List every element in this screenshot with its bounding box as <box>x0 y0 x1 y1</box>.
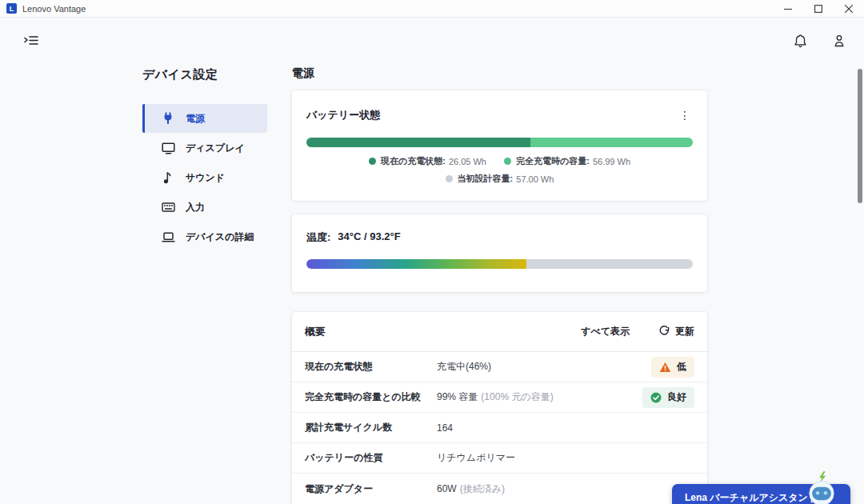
row-label: 電源アダプター <box>305 482 437 496</box>
battery-status-card: バッテリー状態 ⋮ 現在の充電状態: 26.05 Wh 完全充電時の容量: 56… <box>292 90 707 201</box>
row-label: バッテリーの性質 <box>305 451 437 465</box>
sidebar-item-label: 入力 <box>186 201 205 214</box>
table-row: バッテリーの性質 リチウムポリマー <box>292 443 707 474</box>
temperature-card: 温度: 34°C / 93.2°F <box>292 214 707 292</box>
show-all-button[interactable]: すべて表示 <box>581 325 630 338</box>
sidebar-item-label: ディスプレイ <box>186 142 245 155</box>
user-icon[interactable] <box>832 34 848 50</box>
table-row: 電源アダプター 60W(接続済み) <box>292 474 707 504</box>
row-value-note: (100% 元の容量) <box>481 391 553 402</box>
page-title: 電源 <box>292 66 707 82</box>
legend-label: 現在の充電状態: <box>381 155 446 167</box>
kebab-menu-icon[interactable]: ⋮ <box>677 110 693 121</box>
check-circle-icon <box>650 392 662 403</box>
status-label: 低 <box>677 360 686 374</box>
legend-label: 当初設計容量: <box>458 173 514 185</box>
legend-dot-design <box>446 175 453 182</box>
status-badge: 低 <box>651 357 694 378</box>
refresh-button[interactable]: 更新 <box>658 325 694 338</box>
legend-design-capacity: 当初設計容量: 57.00 Wh <box>446 173 554 185</box>
row-label: 現在の充電状態 <box>305 360 437 374</box>
row-label: 累計充電サイクル数 <box>305 421 437 434</box>
legend-value: 56.99 Wh <box>593 157 630 166</box>
maximize-button[interactable] <box>803 0 834 18</box>
legend-dot-current <box>369 158 376 165</box>
status-badge: 良好 <box>642 387 694 408</box>
row-value-note: (接続済み) <box>460 483 505 494</box>
temperature-bar <box>306 259 693 269</box>
legend-dot-full <box>504 158 511 165</box>
battery-bar-fill <box>306 138 530 147</box>
row-value: 60W(接続済み) <box>437 482 694 496</box>
row-value: 充電中(46%) <box>437 360 651 374</box>
legend-full-capacity: 完全充電時の容量: 56.99 Wh <box>504 155 630 167</box>
laptop-icon <box>161 230 175 244</box>
scrollbar-thumb[interactable] <box>858 69 862 203</box>
table-row: 現在の充電状態 充電中(46%) 低 <box>292 352 707 382</box>
sidebar-item-input[interactable]: 入力 <box>142 193 267 222</box>
sidebar-item-label: デバイスの詳細 <box>186 230 254 244</box>
battery-capacity-bar <box>306 138 693 147</box>
sidebar-item-power[interactable]: 電源 <box>142 104 267 133</box>
robot-icon <box>806 470 837 504</box>
table-row: 完全充電時の容量との比較 99% 容量(100% 元の容量) 良好 <box>292 382 707 413</box>
virtual-assistant-label: Lena バーチャルアシスタント <box>685 491 818 504</box>
row-value: リチウムポリマー <box>437 451 694 465</box>
temperature-bar-fill <box>306 259 526 269</box>
temperature-value: 34°C / 93.2°F <box>338 230 400 245</box>
power-plug-icon <box>161 111 175 126</box>
legend-value: 57.00 Wh <box>516 174 554 184</box>
sidebar-item-display[interactable]: ディスプレイ <box>142 134 267 162</box>
row-value: 99% 容量(100% 元の容量) <box>437 390 642 404</box>
keyboard-icon <box>161 200 175 214</box>
sidebar-item-label: 電源 <box>186 112 205 126</box>
virtual-assistant-button[interactable]: Lena バーチャルアシスタント <box>672 484 850 504</box>
sidebar-item-device-details[interactable]: デバイスの詳細 <box>142 222 267 251</box>
display-icon <box>161 141 175 155</box>
legend-label: 完全充電時の容量: <box>516 155 590 167</box>
overview-card: 概要 すべて表示 更新 現在の充電状態 充電中(46%) 低 <box>292 312 707 504</box>
row-value: 164 <box>437 422 694 434</box>
warning-triangle-icon <box>659 362 671 373</box>
sidebar-item-sound[interactable]: サウンド <box>142 163 267 192</box>
status-label: 良好 <box>667 390 686 404</box>
minimize-button[interactable] <box>773 0 803 18</box>
overview-title: 概要 <box>305 325 581 339</box>
battery-card-title: バッテリー状態 <box>306 108 380 122</box>
main-content: 電源 バッテリー状態 ⋮ 現在の充電状態: 26.05 Wh 完全充電時の容量:… <box>292 66 707 504</box>
bell-icon[interactable] <box>793 34 809 50</box>
legend-current-charge: 現在の充電状態: 26.05 Wh <box>369 155 486 167</box>
legend-value: 26.05 Wh <box>449 157 486 166</box>
collapse-menu-icon[interactable] <box>24 34 38 47</box>
app-title: Lenovo Vantage <box>22 4 86 14</box>
sidebar: デバイス設定 電源 ディスプレイ <box>142 67 267 252</box>
refresh-icon <box>658 326 670 338</box>
close-button[interactable] <box>834 0 864 18</box>
temperature-label: 温度: <box>306 230 330 245</box>
sound-note-icon <box>161 170 175 185</box>
titlebar: L Lenovo Vantage <box>0 0 864 18</box>
app-logo-icon: L <box>6 3 17 14</box>
sidebar-heading: デバイス設定 <box>142 67 267 82</box>
table-row: 累計充電サイクル数 164 <box>292 413 707 443</box>
sidebar-item-label: サウンド <box>186 171 225 185</box>
row-label: 完全充電時の容量との比較 <box>305 390 437 404</box>
refresh-label: 更新 <box>675 325 694 338</box>
